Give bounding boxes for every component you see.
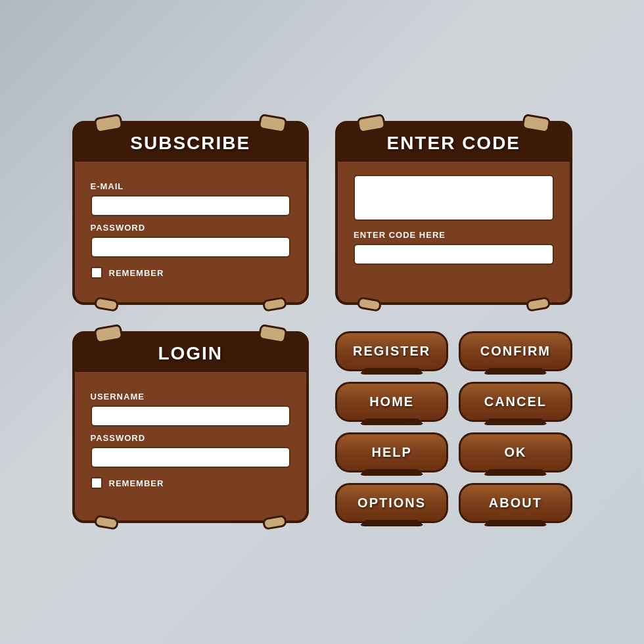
about-button[interactable]: ABOUT [459,483,572,523]
login-password-input[interactable] [91,447,291,468]
login-remember-label: REMEMBER [109,478,164,488]
register-button[interactable]: REGISTER [335,331,448,371]
panel-corner-br [525,296,551,312]
email-label: E-MAIL [91,181,291,191]
username-label: USERNAME [91,392,291,402]
remember-label: REMEMBER [109,268,164,278]
cancel-button[interactable]: CANCEL [459,382,572,422]
subscribe-title: SUBSCRIBE [75,124,307,162]
enter-code-panel: ENTER CODE ENTER CODE HERE [335,121,572,305]
password-input[interactable] [91,237,291,258]
subscribe-panel: SUBSCRIBE E-MAIL PASSWORD REMEMBER [72,121,310,305]
panel-corner-br [262,296,288,312]
login-password-label: PASSWORD [91,433,291,443]
enter-code-title: ENTER CODE [338,124,570,162]
ok-button[interactable]: OK [459,432,572,472]
username-input[interactable] [91,405,291,426]
login-panel: LOGIN USERNAME PASSWORD REMEMBER [72,331,310,523]
enter-code-label: ENTER CODE HERE [354,230,554,240]
panel-corner-bl [93,515,119,530]
panel-corner-bl [357,296,382,312]
options-button[interactable]: OPTIONS [335,483,448,523]
remember-checkbox[interactable] [91,267,103,279]
home-button[interactable]: HOME [335,382,448,422]
confirm-button[interactable]: CONFIRM [459,331,572,371]
login-remember-checkbox[interactable] [91,477,103,489]
help-button[interactable]: HELP [335,432,448,472]
buttons-panel: REGISTER CONFIRM HOME CANCEL HELP OK OPT… [335,331,572,523]
login-title: LOGIN [75,334,307,372]
panel-corner-br [262,515,288,530]
code-small-input[interactable] [354,244,554,265]
code-large-input[interactable] [354,175,554,221]
panel-corner-bl [93,296,119,312]
email-input[interactable] [91,195,291,216]
password-label: PASSWORD [91,223,291,233]
